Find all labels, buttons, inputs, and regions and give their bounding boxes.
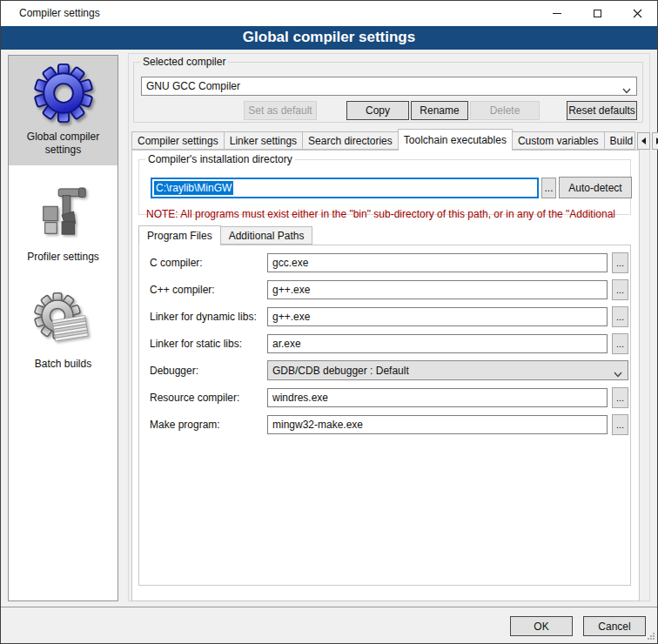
install-dir-note: NOTE: All programs must exist either in … (146, 208, 627, 221)
sidebar-item-batch-builds[interactable]: Batch builds (9, 283, 118, 379)
tab-scroll-left-button[interactable] (637, 132, 650, 150)
combobox-value: GDB/CDB debugger : Default (272, 365, 409, 377)
tab-build-options[interactable]: Build options (604, 131, 635, 150)
field-label: Linker for static libs: (150, 338, 267, 350)
chevron-down-icon (614, 368, 622, 380)
field-label: Make program: (150, 419, 267, 431)
close-button[interactable] (617, 1, 657, 26)
tab-compiler-settings[interactable]: Compiler settings (131, 131, 225, 150)
resource-compiler-input[interactable]: windres.exe (267, 388, 608, 407)
program-files-page: C compiler:gcc.exe...C++ compiler:g++.ex… (138, 245, 631, 586)
c-compiler-browse-button[interactable]: ... (612, 279, 628, 300)
field-row-debugger: Debugger:GDB/CDB debugger : Default (150, 360, 628, 380)
rename-button[interactable]: Rename (411, 101, 468, 120)
field-label: Resource compiler: (150, 392, 267, 404)
compiler-settings-dialog: Compiler settings Global compiler settin… (0, 0, 658, 644)
field-row-c-compiler: C compiler:gcc.exe... (150, 252, 628, 272)
reset-defaults-button[interactable]: Reset defaults (567, 101, 637, 120)
maximize-button[interactable] (577, 1, 617, 26)
c-compiler-input[interactable]: gcc.exe (267, 253, 608, 272)
field-row-resource-compiler: Resource compiler:windres.exe... (150, 387, 628, 407)
selected-compiler-group-title: Selected compiler (140, 56, 228, 68)
main-tabbar: Compiler settingsLinker settingsSearch d… (131, 131, 658, 151)
window-title: Compiler settings (19, 7, 100, 19)
c-compiler-browse-button[interactable]: ... (612, 252, 628, 273)
delete-button: Delete (470, 101, 540, 120)
linker-for-static-libs-browse-button[interactable]: ... (612, 333, 628, 354)
tab-toolchain-executables[interactable]: Toolchain executables (398, 129, 513, 151)
install-dir-value: C:\raylib\MinGW (154, 181, 233, 195)
auto-detect-button[interactable]: Auto-detect (559, 177, 632, 198)
tab-custom-variables[interactable]: Custom variables (512, 131, 605, 150)
tab-linker-settings[interactable]: Linker settings (224, 131, 303, 150)
copy-button[interactable]: Copy (346, 101, 409, 120)
install-dir-group: Compiler's installation directory C:\ray… (138, 159, 631, 215)
profiler-icon (37, 182, 91, 245)
selected-compiler-group: Selected compiler GNU GCC Compiler Set a… (133, 62, 643, 123)
install-dir-input[interactable]: C:\raylib\MinGW (151, 178, 539, 198)
minimize-icon (553, 13, 561, 14)
titlebar[interactable]: Compiler settings (1, 1, 657, 26)
linker-for-dynamic-libs-input[interactable]: g++.exe (267, 307, 608, 326)
make-program-browse-button[interactable]: ... (612, 414, 628, 435)
tab-additional-paths[interactable]: Additional Paths (220, 226, 313, 245)
field-label: C++ compiler: (150, 284, 267, 296)
linker-for-static-libs-input[interactable]: ar.exe (267, 334, 608, 353)
tab-search-directories[interactable]: Search directories (302, 131, 399, 150)
resize-grip[interactable] (647, 633, 655, 641)
tab-program-files[interactable]: Program Files (138, 225, 221, 245)
sidebar-item-label: Global compiler settings (12, 131, 114, 157)
field-label: Linker for dynamic libs: (150, 311, 267, 323)
field-row-linker-for-dynamic-libs: Linker for dynamic libs:g++.exe... (150, 306, 628, 326)
set-as-default-button: Set as default (244, 101, 317, 120)
c-compiler-input[interactable]: g++.exe (267, 280, 608, 299)
window-controls (537, 1, 657, 26)
install-dir-browse-button[interactable]: ... (541, 178, 556, 198)
chevron-down-icon (622, 84, 631, 97)
compiler-action-buttons: Set as defaultCopyRenameDeleteReset defa… (134, 101, 642, 120)
field-row-make-program: Make program:mingw32-make.exe... (150, 414, 628, 434)
install-dir-group-title: Compiler's installation directory (145, 153, 295, 165)
field-row-c-compiler: C++ compiler:g++.exe... (150, 279, 628, 299)
global-compiler-gear-icon (31, 62, 96, 124)
ok-button[interactable]: OK (510, 616, 573, 636)
field-label: C compiler: (150, 257, 267, 269)
program-tabbar: Program FilesAdditional Paths (138, 225, 312, 245)
dialog-banner: Global compiler settings (1, 26, 657, 50)
batch-builds-icon (33, 289, 94, 352)
footer-separator (1, 607, 657, 607)
sidebar-item-label: Profiler settings (27, 251, 99, 264)
sidebar-item-profiler-settings[interactable]: Profiler settings (9, 176, 118, 272)
field-row-linker-for-static-libs: Linker for static libs:ar.exe... (150, 333, 628, 353)
toolchain-executables-page: Compiler's installation directory C:\ray… (131, 150, 640, 601)
minimize-button[interactable] (537, 1, 577, 26)
linker-for-dynamic-libs-browse-button[interactable]: ... (612, 306, 628, 327)
triangle-left-icon (641, 138, 646, 144)
selected-compiler-combobox[interactable]: GNU GCC Compiler (141, 77, 637, 96)
sidebar-item-global-compiler-settings[interactable]: Global compiler settings (9, 56, 118, 165)
debugger-combobox[interactable]: GDB/CDB debugger : Default (267, 360, 628, 380)
sidebar-item-label: Batch builds (35, 358, 91, 371)
cancel-button[interactable]: Cancel (583, 616, 646, 636)
close-icon (633, 9, 642, 18)
sidebar: Global compiler settingsProfiler setting… (8, 55, 118, 601)
field-label: Debugger: (150, 365, 267, 377)
make-program-input[interactable]: mingw32-make.exe (267, 415, 608, 434)
resource-compiler-browse-button[interactable]: ... (612, 387, 628, 408)
maximize-icon (594, 10, 601, 17)
selected-compiler-value: GNU GCC Compiler (146, 80, 240, 92)
tab-scroll-right-button[interactable] (652, 132, 658, 150)
